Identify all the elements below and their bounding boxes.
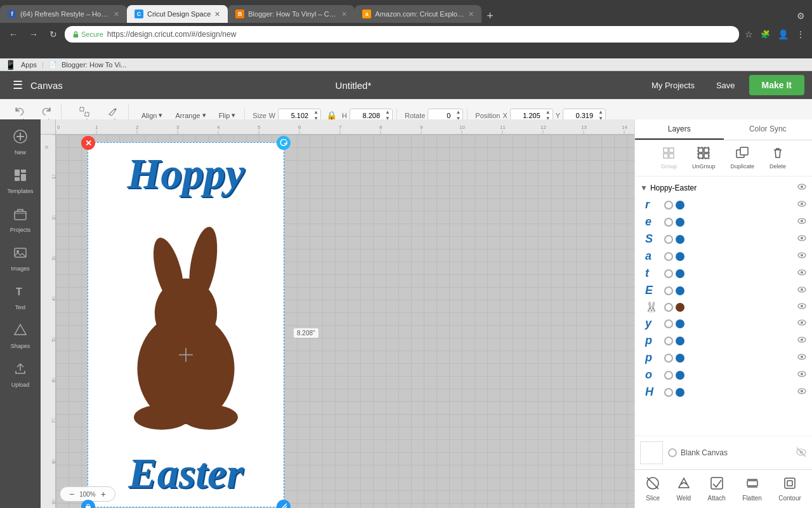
- layer-item-e[interactable]: e: [635, 213, 812, 231]
- group-name: Hoppy-Easter: [650, 184, 697, 192]
- group-expand-icon: ▼: [640, 184, 648, 192]
- zoom-out-button[interactable]: −: [67, 489, 77, 499]
- layer-item-p2[interactable]: p: [635, 349, 812, 366]
- sidebar-item-shapes[interactable]: Shapes: [3, 318, 38, 354]
- layer-item-o[interactable]: o: [635, 366, 812, 384]
- rotate-handle[interactable]: [277, 136, 291, 150]
- scale-handle[interactable]: [277, 500, 291, 508]
- save-button[interactable]: Save: [709, 77, 743, 94]
- star-icon[interactable]: ☆: [743, 27, 755, 41]
- address-input[interactable]: Secure https://design.cricut.com/#/desig…: [65, 26, 739, 43]
- sidebar-item-templates[interactable]: Templates: [3, 163, 38, 199]
- tab-4[interactable]: a Amazon.com: Cricut Explore ... ✕: [355, 5, 481, 23]
- rotate-label: Rotate: [405, 112, 425, 119]
- make-it-button[interactable]: Make It: [749, 75, 804, 95]
- flatten-button[interactable]: Flatten: [738, 474, 766, 504]
- layer-eye-e[interactable]: [797, 216, 807, 228]
- more-icon[interactable]: ⋮: [794, 27, 807, 41]
- canvas-area[interactable]: 0 1 2 3 4 5 6 7 8 9 10: [41, 119, 634, 508]
- back-button[interactable]: ←: [5, 28, 22, 41]
- forward-button[interactable]: →: [25, 28, 42, 41]
- layer-eye-s[interactable]: [797, 233, 807, 245]
- layer-eye-o[interactable]: [797, 369, 807, 381]
- tab-1[interactable]: f (64) Refresh Restyle – Home ✕: [0, 5, 127, 23]
- layer-eye-t[interactable]: [797, 267, 807, 279]
- layer-eye-p2[interactable]: [797, 352, 807, 364]
- svg-point-110: [801, 356, 803, 358]
- images-label: Images: [11, 265, 30, 272]
- ungroup-button[interactable]: UnGroup: [687, 144, 721, 172]
- layer-item-bunny[interactable]: 🐰: [635, 299, 812, 315]
- panel-bottom-eye-icon[interactable]: [796, 446, 807, 460]
- layer-item-r[interactable]: r: [635, 196, 812, 213]
- reload-button[interactable]: ↻: [46, 28, 61, 41]
- svg-point-108: [801, 338, 803, 341]
- layer-item-t[interactable]: t: [635, 265, 812, 282]
- blank-canvas-checkbox[interactable]: [668, 448, 677, 457]
- layer-item-a[interactable]: a: [635, 248, 812, 265]
- group-eye-icon[interactable]: [797, 182, 807, 194]
- y-up[interactable]: ▲: [596, 109, 605, 116]
- address-bar: ← → ↻ Secure https://design.cricut.com/#…: [0, 23, 812, 46]
- url-text: https://design.cricut.com/#/design/new: [107, 30, 236, 39]
- layer-item-p1[interactable]: p: [635, 332, 812, 349]
- design-container[interactable]: ✕ Hoppy: [88, 142, 284, 507]
- sidebar-item-upload[interactable]: Upload: [3, 357, 38, 393]
- layer-letter-r: r: [645, 198, 659, 211]
- duplicate-button[interactable]: Duplicate: [726, 144, 760, 172]
- layer-eye-y[interactable]: [797, 318, 807, 330]
- x-up[interactable]: ▲: [544, 109, 553, 116]
- layer-eye-bunny[interactable]: [797, 301, 807, 313]
- tab-3-close[interactable]: ✕: [341, 10, 347, 18]
- weld-icon: [677, 476, 691, 493]
- layer-eye-r[interactable]: [797, 199, 807, 211]
- sidebar-item-new[interactable]: New: [3, 124, 38, 161]
- zoom-in-button[interactable]: +: [98, 489, 108, 499]
- layer-eye-H[interactable]: [797, 386, 807, 398]
- tab-3[interactable]: B Blogger: How To Vinyl – Crea... ✕: [228, 5, 355, 23]
- height-up[interactable]: ▲: [383, 109, 392, 116]
- hamburger-button[interactable]: ☰: [8, 76, 28, 95]
- tab-1-close[interactable]: ✕: [114, 10, 119, 18]
- layer-item-s[interactable]: S: [635, 231, 812, 248]
- tab-layers[interactable]: Layers: [635, 119, 724, 140]
- canvas-content[interactable]: ✕ Hoppy: [56, 135, 634, 508]
- group-button[interactable]: Group: [656, 144, 682, 172]
- new-tab-button[interactable]: +: [481, 10, 499, 23]
- weld-button[interactable]: Weld: [673, 474, 695, 504]
- flatten-icon: [745, 476, 759, 493]
- delete-button[interactable]: Delete: [764, 144, 791, 172]
- tab-2-close[interactable]: ✕: [214, 10, 220, 18]
- layers-list[interactable]: ▼ Hoppy-Easter r e S: [635, 177, 812, 436]
- layer-eye-a[interactable]: [797, 250, 807, 262]
- sidebar-item-text[interactable]: T Text: [3, 279, 38, 316]
- layer-item-H[interactable]: H: [635, 384, 812, 401]
- delete-handle[interactable]: ✕: [81, 136, 95, 150]
- layer-color-bunny: [676, 303, 684, 312]
- tab-4-title: Amazon.com: Cricut Explore ...: [375, 10, 464, 18]
- svg-point-73: [155, 278, 217, 347]
- layer-eye-p1[interactable]: [797, 335, 807, 347]
- right-panel: Layers Color Sync Group UnGroup Duplicat…: [634, 119, 812, 508]
- browser-settings-icon[interactable]: ⚙: [795, 9, 807, 23]
- attach-button[interactable]: Attach: [704, 474, 730, 504]
- slice-button[interactable]: Slice: [642, 474, 664, 504]
- tab-4-close[interactable]: ✕: [468, 10, 474, 18]
- layer-item-E[interactable]: E: [635, 282, 812, 299]
- contour-button[interactable]: Contour: [775, 474, 805, 504]
- sidebar-item-projects[interactable]: Projects: [3, 202, 38, 238]
- layer-eye-E[interactable]: [797, 284, 807, 297]
- layer-group-header[interactable]: ▼ Hoppy-Easter: [635, 179, 812, 196]
- extension-icon[interactable]: 🧩: [759, 28, 772, 41]
- profile-icon[interactable]: 👤: [776, 27, 790, 41]
- sidebar-item-images[interactable]: Images: [3, 241, 38, 277]
- tab-2[interactable]: C Cricut Design Space ✕: [127, 5, 228, 23]
- bookmark-blogger[interactable]: Blogger: How To Vi...: [62, 61, 126, 69]
- layer-item-y[interactable]: y: [635, 315, 812, 332]
- width-up[interactable]: ▲: [311, 109, 320, 116]
- tab-color-sync[interactable]: Color Sync: [724, 119, 813, 140]
- rotate-up[interactable]: ▲: [454, 109, 462, 116]
- header-actions: My Projects Save Make It: [644, 75, 804, 95]
- my-projects-button[interactable]: My Projects: [644, 77, 702, 94]
- bookmark-apps[interactable]: Apps: [21, 61, 37, 69]
